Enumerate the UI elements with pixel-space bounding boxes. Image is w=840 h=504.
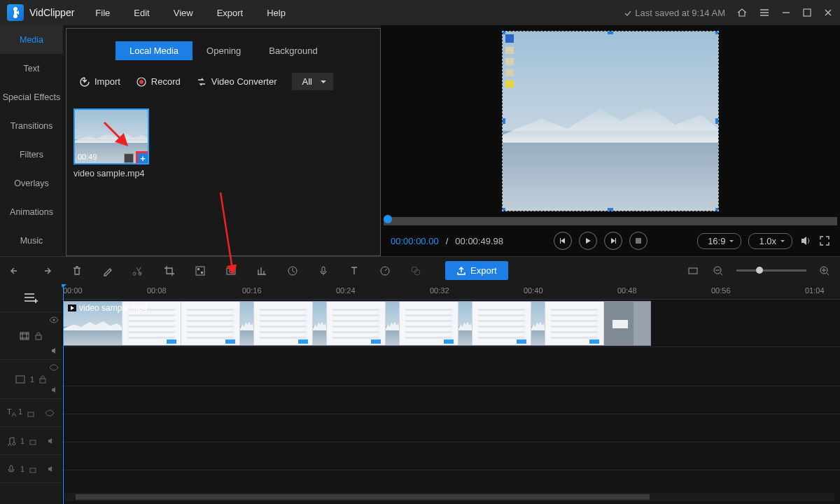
crop-handle[interactable]: [715, 31, 719, 34]
video-converter-button[interactable]: Video Converter: [196, 76, 277, 88]
menu-file[interactable]: File: [95, 8, 110, 18]
scrubber-knob[interactable]: [384, 215, 392, 223]
redo-icon[interactable]: [39, 264, 53, 278]
mosaic-icon[interactable]: [193, 264, 207, 278]
lock-icon[interactable]: [34, 332, 43, 340]
overlay-track-head[interactable]: 1: [0, 360, 62, 399]
scrollbar-thumb[interactable]: [76, 494, 650, 500]
timeline-clip[interactable]: video sample.mp4: [63, 301, 651, 346]
sidebar-item-overlays[interactable]: Overlays: [0, 169, 63, 197]
lock-icon[interactable]: [29, 465, 37, 473]
subtab-opening[interactable]: Opening: [192, 41, 255, 60]
audio-track-head[interactable]: 1: [0, 427, 62, 455]
next-frame-button[interactable]: [604, 232, 622, 250]
close-icon[interactable]: [823, 8, 833, 18]
add-track-button[interactable]: [0, 284, 62, 312]
text-track[interactable]: [62, 386, 840, 414]
home-icon[interactable]: [736, 7, 748, 18]
svg-rect-22: [16, 376, 24, 383]
playhead[interactable]: [63, 284, 64, 504]
ruler-mark: 00:24: [336, 286, 356, 295]
eye-icon[interactable]: [49, 316, 59, 323]
media-filter-select[interactable]: All: [292, 73, 332, 90]
split-icon[interactable]: [132, 264, 146, 278]
delete-icon[interactable]: [70, 264, 84, 278]
speaker-icon[interactable]: [47, 465, 55, 473]
crop-handle[interactable]: [715, 208, 719, 211]
overlay-track[interactable]: [62, 347, 840, 386]
menu-help[interactable]: Help: [267, 8, 286, 18]
voiceover-track-head[interactable]: 1: [0, 455, 62, 483]
voiceover-track[interactable]: [62, 442, 840, 470]
sidebar-item-effects[interactable]: Special Effects: [0, 83, 63, 111]
crop-handle[interactable]: [502, 118, 505, 124]
sidebar-item-text[interactable]: Text: [0, 54, 63, 83]
crop-handle[interactable]: [502, 208, 505, 211]
time-ruler[interactable]: 00:00 00:08 00:16 00:24 00:32 00:40 00:4…: [62, 284, 840, 300]
lock-icon[interactable]: [38, 375, 47, 384]
menu-view[interactable]: View: [174, 8, 193, 18]
speed-select[interactable]: 1.0x: [748, 233, 792, 249]
record-button[interactable]: Record: [136, 76, 181, 88]
crop-handle[interactable]: [608, 31, 613, 34]
play-button[interactable]: [579, 232, 597, 250]
preview-scrubber[interactable]: [384, 217, 837, 225]
volume-icon[interactable]: [799, 234, 812, 247]
aspect-ratio-select[interactable]: 16:9: [697, 233, 741, 249]
text-tool-icon[interactable]: [347, 264, 361, 278]
last-saved-label: Last saved at 9:14 AM: [624, 8, 725, 18]
fit-icon[interactable]: [686, 264, 700, 278]
fullscreen-icon[interactable]: [819, 235, 830, 246]
sidebar-item-animations[interactable]: Animations: [0, 197, 63, 226]
add-to-timeline-button[interactable]: +: [136, 152, 149, 164]
crop-icon[interactable]: [162, 264, 176, 278]
sidebar-item-transitions[interactable]: Transitions: [0, 111, 63, 140]
media-thumbnail[interactable]: 00:49 + video sample.mp4: [74, 108, 149, 178]
sidebar-item-media[interactable]: Media: [0, 25, 63, 54]
speed-icon[interactable]: [378, 264, 392, 278]
export-button[interactable]: Export: [445, 261, 508, 280]
preview-canvas[interactable]: [502, 31, 719, 211]
menu-export[interactable]: Export: [217, 8, 244, 18]
svg-rect-16: [689, 268, 697, 274]
crop-handle[interactable]: [715, 118, 719, 124]
speaker-icon[interactable]: [47, 437, 55, 445]
voice-icon[interactable]: [316, 264, 330, 278]
subtab-background[interactable]: Background: [255, 41, 331, 60]
color-icon[interactable]: [409, 264, 423, 278]
crop-handle[interactable]: [608, 208, 613, 211]
edit-icon[interactable]: [101, 264, 115, 278]
chart-icon[interactable]: [255, 264, 269, 278]
zoom-out-icon[interactable]: [711, 264, 725, 278]
lock-icon[interactable]: [27, 409, 35, 417]
menu-edit[interactable]: Edit: [134, 8, 149, 18]
snapshot-icon[interactable]: [224, 264, 238, 278]
prev-frame-button[interactable]: [554, 232, 572, 250]
duration-icon[interactable]: [286, 264, 300, 278]
lock-icon[interactable]: [29, 437, 37, 445]
zoom-in-icon[interactable]: [818, 264, 832, 278]
subtab-local-media[interactable]: Local Media: [115, 41, 192, 60]
audio-track[interactable]: [62, 414, 840, 442]
minimize-icon[interactable]: [781, 8, 791, 18]
zoom-slider-thumb[interactable]: [756, 267, 763, 274]
text-track-head[interactable]: TA 1: [0, 399, 62, 427]
hamburger-icon[interactable]: [759, 7, 770, 18]
sidebar-item-music[interactable]: Music: [0, 226, 63, 255]
sidebar-item-filters[interactable]: Filters: [0, 140, 63, 169]
eye-icon[interactable]: [49, 364, 59, 371]
undo-icon[interactable]: [8, 264, 22, 278]
video-track[interactable]: video sample.mp4: [62, 300, 840, 347]
speaker-icon[interactable]: [50, 386, 59, 394]
eye-icon[interactable]: [45, 410, 55, 416]
video-track-head[interactable]: [0, 312, 62, 360]
thumbnail-edit-icon[interactable]: [124, 153, 134, 163]
timeline-horizontal-scrollbar[interactable]: [64, 493, 834, 501]
import-button[interactable]: Import: [79, 76, 120, 88]
stop-button[interactable]: [629, 232, 648, 250]
maximize-icon[interactable]: [802, 8, 812, 18]
zoom-slider[interactable]: [736, 270, 806, 272]
crop-handle[interactable]: [502, 31, 505, 34]
speaker-icon[interactable]: [50, 346, 59, 355]
timeline-tracks[interactable]: 00:00 00:08 00:16 00:24 00:32 00:40 00:4…: [62, 284, 840, 504]
